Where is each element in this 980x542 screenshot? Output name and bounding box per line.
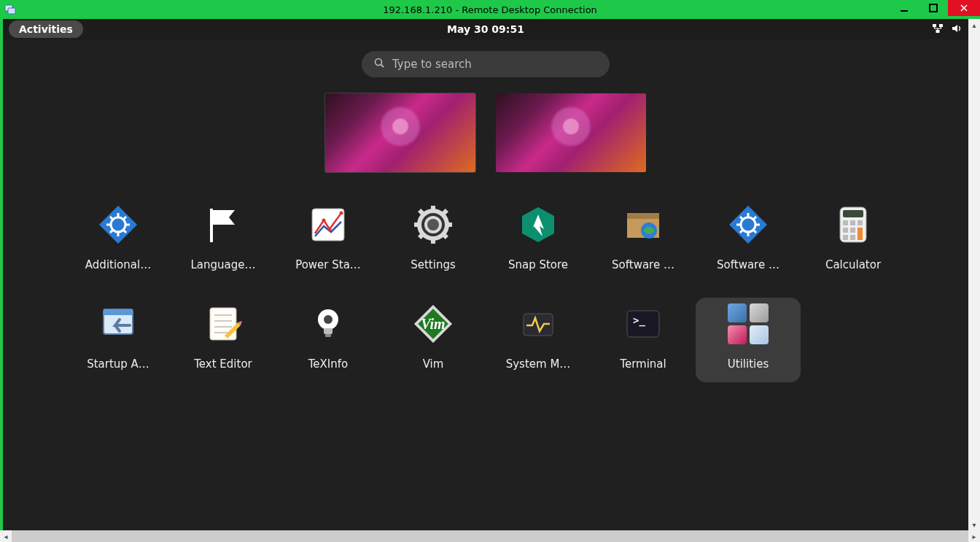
rdp-horizontal-scrollbar[interactable]: ◂ ▸	[0, 530, 980, 542]
app-label: Power Sta…	[288, 258, 368, 271]
svg-rect-2	[901, 10, 908, 12]
app-texinfo[interactable]: TeXInfo	[276, 298, 381, 391]
app-additional-drivers[interactable]: Additional…	[66, 198, 171, 292]
app-label: TeXInfo	[288, 357, 368, 371]
app-snap-store[interactable]: Snap Store	[486, 198, 591, 292]
app-system-monitor[interactable]: System M…	[486, 298, 591, 391]
startup-apps-icon	[95, 301, 141, 347]
scroll-right-icon[interactable]: ▸	[968, 530, 980, 542]
scroll-track[interactable]	[968, 31, 980, 519]
svg-rect-6	[936, 30, 940, 33]
scroll-down-icon[interactable]: ▾	[968, 519, 980, 530]
scroll-thumb[interactable]	[12, 530, 968, 542]
app-power-statistics[interactable]: Power Sta…	[276, 198, 381, 292]
vim-icon	[410, 301, 456, 347]
search-icon	[373, 57, 385, 71]
calculator-icon	[830, 201, 876, 248]
app-label: Snap Store	[498, 258, 578, 271]
rdp-title: 192.168.1.210 - Remote Desktop Connectio…	[0, 4, 980, 15]
rdp-minimize-button[interactable]	[890, 0, 919, 16]
language-support-icon	[200, 201, 246, 248]
app-label: Software …	[708, 258, 788, 271]
power-statistics-icon	[305, 201, 351, 248]
app-vim[interactable]: Vim	[381, 298, 486, 391]
folder-subicon	[750, 303, 769, 322]
folder-subicon	[728, 303, 747, 322]
workspace-thumbnail-2[interactable]	[496, 93, 646, 172]
rdp-maximize-button[interactable]	[919, 0, 948, 16]
app-label: Terminal	[603, 357, 683, 371]
volume-icon[interactable]	[951, 23, 962, 36]
rdp-close-button[interactable]	[948, 0, 980, 16]
rdp-vertical-scrollbar[interactable]: ▴ ▾	[968, 19, 980, 530]
app-label: Software …	[603, 258, 683, 271]
scroll-up-icon[interactable]: ▴	[968, 19, 980, 31]
activities-button[interactable]: Activities	[9, 20, 83, 38]
app-calculator[interactable]: Calculator	[801, 198, 906, 292]
search-placeholder: Type to search	[392, 58, 598, 71]
remote-desktop-area: Activities May 30 09:51 Type to search A…	[3, 19, 968, 530]
utilities-icon	[725, 301, 771, 347]
svg-line-8	[381, 65, 384, 68]
activities-overview: Type to search Additional…Language…Power…	[3, 39, 968, 391]
app-software-properties[interactable]: Software …	[696, 198, 801, 292]
app-settings[interactable]: Settings	[381, 198, 486, 292]
rdp-titlebar[interactable]: 192.168.1.210 - Remote Desktop Connectio…	[0, 0, 980, 19]
svg-point-7	[376, 59, 382, 66]
folder-subicon	[750, 325, 769, 344]
app-label: Startup A…	[78, 357, 158, 371]
app-label: Vim	[393, 357, 473, 371]
app-label: Settings	[393, 258, 473, 271]
svg-rect-4	[933, 24, 936, 27]
network-icon[interactable]	[932, 23, 944, 36]
snap-store-icon	[515, 201, 561, 248]
software-updater-icon	[620, 201, 666, 248]
additional-drivers-icon	[95, 201, 141, 248]
app-terminal[interactable]: Terminal	[591, 298, 696, 391]
scroll-track[interactable]	[12, 530, 968, 542]
app-software-updater[interactable]: Software …	[591, 198, 696, 292]
app-label: Language…	[183, 258, 263, 271]
app-text-editor[interactable]: Text Editor	[171, 298, 276, 391]
workspace-thumbnail-1[interactable]	[325, 93, 475, 172]
search-bar[interactable]: Type to search	[362, 51, 610, 77]
scroll-left-icon[interactable]: ◂	[0, 530, 12, 542]
app-label: Utilities	[708, 357, 788, 371]
app-language-support[interactable]: Language…	[171, 198, 276, 292]
rdp-window-frame: 192.168.1.210 - Remote Desktop Connectio…	[0, 0, 980, 542]
app-label: Additional…	[78, 258, 158, 271]
software-properties-icon	[725, 201, 771, 248]
workspace-switcher	[325, 93, 646, 172]
terminal-icon	[620, 301, 666, 347]
application-grid: Additional…Language…Power Sta…SettingsSn…	[66, 198, 906, 391]
app-label: Calculator	[813, 258, 893, 271]
gnome-topbar: Activities May 30 09:51	[3, 19, 968, 39]
app-utilities[interactable]: Utilities	[696, 298, 801, 382]
app-label: Text Editor	[183, 357, 263, 371]
svg-rect-3	[930, 4, 937, 12]
settings-icon	[410, 201, 456, 248]
text-editor-icon	[200, 301, 246, 347]
app-startup-apps[interactable]: Startup A…	[66, 298, 171, 391]
app-label: System M…	[498, 357, 578, 371]
system-monitor-icon	[515, 301, 561, 347]
texinfo-icon	[305, 301, 351, 347]
topbar-clock[interactable]: May 30 09:51	[3, 23, 968, 35]
folder-subicon	[728, 325, 747, 344]
svg-rect-5	[939, 24, 943, 27]
